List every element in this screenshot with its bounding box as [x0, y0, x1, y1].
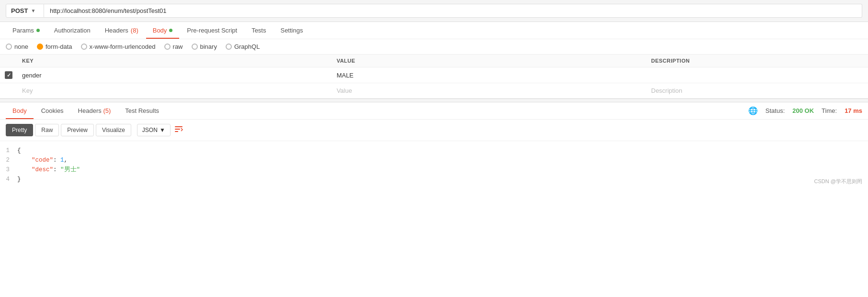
url-bar: POST ▼ [0, 0, 868, 22]
status-value: 200 OK [792, 107, 814, 114]
params-label: Params [12, 27, 34, 34]
row2-desc-cell[interactable]: Description [646, 83, 868, 99]
tab-tests[interactable]: Tests [245, 22, 273, 39]
format-preview-button[interactable]: Preview [61, 124, 94, 136]
code-line-4: 4 } [0, 175, 868, 184]
col-check [0, 55, 17, 67]
format-pretty-button[interactable]: Pretty [6, 124, 33, 136]
radio-graphql[interactable]: GraphQL [226, 43, 260, 50]
row2-desc-placeholder: Description [651, 87, 682, 94]
row2-key-placeholder: Key [22, 87, 33, 94]
checkmark-icon: ✓ [7, 72, 11, 78]
tab-pre-request-script[interactable]: Pre-request Script [180, 22, 244, 39]
method-chevron-icon: ▼ [31, 8, 35, 13]
method-label: POST [11, 7, 28, 14]
url-input[interactable] [44, 4, 862, 18]
request-tabs: Params Authorization Headers (8) Body Pr… [0, 22, 868, 39]
radio-circle-x-www [81, 44, 87, 50]
tab-settings[interactable]: Settings [274, 22, 309, 39]
section-divider [0, 99, 868, 102]
resp-headers-label: Headers [78, 107, 102, 114]
code-content-1: { [17, 146, 868, 155]
code-line-1: 1 { [0, 146, 868, 155]
code-line-3: 3 "desc": "男士" [0, 165, 868, 175]
headers-label: Headers [105, 27, 128, 34]
col-value: VALUE [332, 55, 647, 67]
table-row: ✓ gender MALE [0, 67, 868, 83]
params-table: KEY VALUE DESCRIPTION ✓ gender MALE [0, 55, 868, 99]
row1-value: MALE [337, 72, 354, 79]
row1-key: gender [22, 72, 41, 79]
body-dot [169, 29, 172, 32]
json-chevron-icon: ▼ [160, 127, 165, 133]
line-num-1: 1 [0, 146, 17, 155]
row1-desc-cell[interactable] [646, 67, 868, 83]
svg-rect-0 [175, 126, 183, 127]
row1-checkbox-cell[interactable]: ✓ [0, 67, 17, 83]
code-content-2: "code": 1, [17, 155, 868, 165]
format-bar: Pretty Raw Preview Visualize JSON ▼ [0, 120, 868, 141]
row2-key-cell[interactable]: Key [17, 83, 332, 99]
row2-value-cell[interactable]: Value [332, 83, 647, 99]
resp-tab-cookies[interactable]: Cookies [34, 102, 70, 119]
line-num-3: 3 [0, 165, 17, 175]
wrap-button[interactable] [172, 123, 185, 137]
radio-raw[interactable]: raw [164, 43, 183, 50]
params-dot [36, 29, 40, 32]
method-select[interactable]: POST ▼ [6, 4, 44, 18]
resp-tab-test-results[interactable]: Test Results [118, 102, 166, 119]
resp-tab-body[interactable]: Body [6, 102, 34, 119]
row1-key-cell[interactable]: gender [17, 67, 332, 83]
format-raw-button[interactable]: Raw [35, 124, 59, 136]
radio-circle-none [6, 44, 12, 50]
authorization-label: Authorization [54, 27, 91, 34]
table-row-empty: Key Value Description [0, 83, 868, 99]
tab-params[interactable]: Params [6, 22, 46, 39]
radio-circle-form-data [37, 44, 43, 50]
code-content-3: "desc": "男士" [17, 165, 868, 175]
svg-rect-1 [175, 129, 180, 130]
row1-value-cell[interactable]: MALE [332, 67, 647, 83]
response-section: Body Cookies Headers (5) Test Results 🌐 … [0, 102, 868, 189]
tab-headers[interactable]: Headers (8) [98, 22, 145, 39]
svg-rect-2 [175, 131, 178, 132]
form-data-label: form-data [46, 43, 72, 50]
resp-test-results-label: Test Results [125, 107, 159, 114]
resp-tab-headers[interactable]: Headers (5) [71, 102, 118, 119]
col-description: DESCRIPTION [646, 55, 868, 67]
csdn-watermark: CSDN @学不思则罔 [814, 178, 862, 185]
response-tabs: Body Cookies Headers (5) Test Results [6, 102, 166, 119]
none-label: none [14, 43, 28, 50]
tab-authorization[interactable]: Authorization [47, 22, 97, 39]
response-meta: 🌐 Status: 200 OK Time: 17 ms [748, 106, 862, 115]
settings-label: Settings [280, 27, 303, 34]
headers-count: (8) [131, 27, 138, 34]
time-value: 17 ms [845, 107, 862, 114]
resp-body-label: Body [12, 107, 27, 114]
radio-circle-graphql [226, 44, 232, 50]
code-area: 1 { 2 "code": 1, 3 "desc": "男士" 4 } [0, 141, 868, 189]
col-key: KEY [17, 55, 332, 67]
resp-headers-count: (5) [103, 107, 111, 114]
body-label: Body [153, 27, 167, 34]
json-format-select[interactable]: JSON ▼ [137, 124, 171, 136]
tab-body[interactable]: Body [146, 22, 180, 39]
x-www-label: x-www-form-urlencoded [90, 43, 156, 50]
format-visualize-button[interactable]: Visualize [96, 124, 131, 136]
row1-checkbox[interactable]: ✓ [5, 71, 12, 79]
body-type-row: none form-data x-www-form-urlencoded raw… [0, 39, 868, 55]
radio-circle-binary [192, 44, 198, 50]
radio-binary[interactable]: binary [192, 43, 217, 50]
code-line-2: 2 "code": 1, [0, 155, 868, 165]
response-tabs-row: Body Cookies Headers (5) Test Results 🌐 … [0, 102, 868, 120]
status-label: Status: [765, 107, 785, 114]
radio-form-data[interactable]: form-data [37, 43, 72, 50]
radio-none[interactable]: none [6, 43, 28, 50]
wrap-icon [174, 125, 183, 133]
binary-label: binary [200, 43, 217, 50]
json-format-label: JSON [142, 127, 158, 133]
radio-x-www[interactable]: x-www-form-urlencoded [81, 43, 156, 50]
pre-request-label: Pre-request Script [187, 27, 237, 34]
code-content-4: } [17, 175, 868, 184]
raw-label: raw [173, 43, 183, 50]
